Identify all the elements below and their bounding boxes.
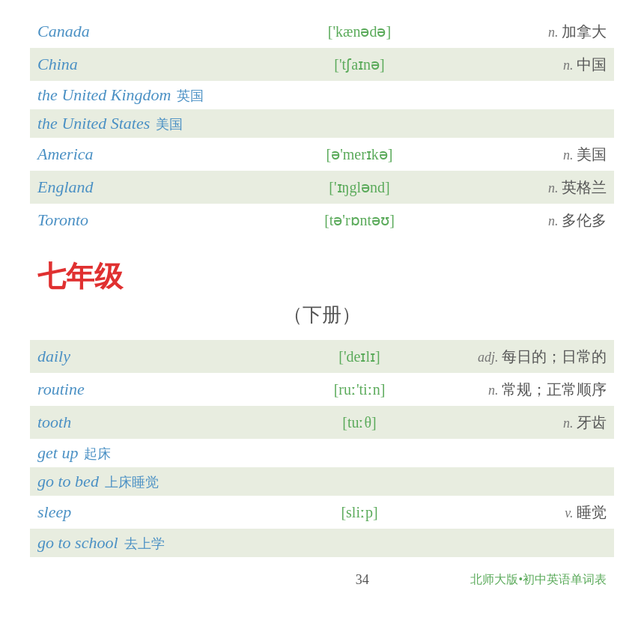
meaning-china: n. 中国 [442,55,607,75]
phonetic-daily: ['deɪlɪ] [277,347,442,365]
vocab-row-tooth: tooth[tuːθ]n. 牙齿 [30,406,614,439]
word-daily: daily [37,347,277,366]
vocab-section-2: daily['deɪlɪ]adj. 每日的；日常的routine[ruː'tiː… [30,340,614,557]
phonetic-canada: ['kænədə] [277,22,442,40]
vocab-row-daily: daily['deɪlɪ]adj. 每日的；日常的 [30,340,614,373]
chinese-gotobed: 上床睡觉 [105,475,159,490]
footer: 34 北师大版•初中英语单词表 [30,572,614,588]
vocab-section-1: Canada['kænədə]n. 加拿大China['tʃaɪnə]n. 中国… [30,15,614,237]
meaning-routine: n. 常规；正常顺序 [442,380,607,400]
phonetic-toronto: [tə'rɒntəʊ] [277,211,442,229]
meaning-sleep: v. 睡觉 [442,502,607,523]
brand-label: 北师大版•初中英语单词表 [470,572,607,588]
word-us: the United States美国 [37,114,607,133]
word-gotoschool: go to school去上学 [37,533,607,553]
phonetic-america: [ə'merɪkə] [277,145,442,163]
vocab-row-routine: routine[ruː'tiːn]n. 常规；正常顺序 [30,373,614,406]
meaning-daily: adj. 每日的；日常的 [442,347,607,367]
word-routine: routine [37,380,277,399]
word-getup: get up起床 [37,443,607,463]
vocab-row-england: England['ɪŋglənd]n. 英格兰 [30,171,614,204]
word-canada: Canada [37,22,277,41]
word-china: China [37,55,277,74]
subtitle: （下册） [30,302,614,328]
chinese-uk: 英国 [177,88,204,103]
vocab-row-us: the United States美国 [30,109,614,138]
meaning-england: n. 英格兰 [442,177,607,198]
phonetic-tooth: [tuːθ] [277,413,442,431]
phonetic-china: ['tʃaɪnə] [277,55,442,73]
pos-canada: n. [548,25,562,40]
vocab-row-canada: Canada['kænədə]n. 加拿大 [30,15,614,48]
word-toronto: Toronto [37,210,277,230]
phonetic-sleep: [sliːp] [277,503,442,521]
chinese-gotoschool: 去上学 [124,536,165,551]
vocab-row-sleep: sleep[sliːp]v. 睡觉 [30,496,614,529]
vocab-row-uk: the United Kingdom英国 [30,81,614,109]
pos-sleep: v. [565,505,577,520]
vocab-row-getup: get up起床 [30,439,614,467]
pos-toronto: n. [548,213,562,228]
word-gotobed: go to bed上床睡觉 [37,472,607,491]
word-sleep: sleep [37,502,277,522]
phonetic-routine: [ruː'tiːn] [277,380,442,398]
grade-title: 七年级 [37,258,614,296]
meaning-tooth: n. 牙齿 [442,413,607,433]
phonetic-england: ['ɪŋglənd] [277,178,442,196]
word-uk: the United Kingdom英国 [37,85,607,105]
word-america: America [37,145,277,164]
section-grade: 七年级 （下册） [30,258,614,328]
meaning-canada: n. 加拿大 [442,22,607,42]
word-england: England [37,177,277,197]
page-number: 34 [254,572,470,588]
pos-tooth: n. [563,416,577,431]
pos-daily: adj. [478,350,502,365]
vocab-row-gotobed: go to bed上床睡觉 [30,467,614,496]
word-tooth: tooth [37,413,277,432]
chinese-getup: 起床 [84,446,111,461]
vocab-row-china: China['tʃaɪnə]n. 中国 [30,48,614,81]
vocab-row-gotoschool: go to school去上学 [30,529,614,557]
vocab-row-america: America[ə'merɪkə]n. 美国 [30,138,614,171]
vocab-row-toronto: Toronto[tə'rɒntəʊ]n. 多伦多 [30,204,614,237]
pos-america: n. [563,148,577,162]
pos-china: n. [563,58,577,73]
pos-routine: n. [488,383,502,398]
chinese-us: 美国 [156,117,183,132]
meaning-toronto: n. 多伦多 [442,210,607,231]
pos-england: n. [548,180,562,195]
meaning-america: n. 美国 [442,145,607,165]
